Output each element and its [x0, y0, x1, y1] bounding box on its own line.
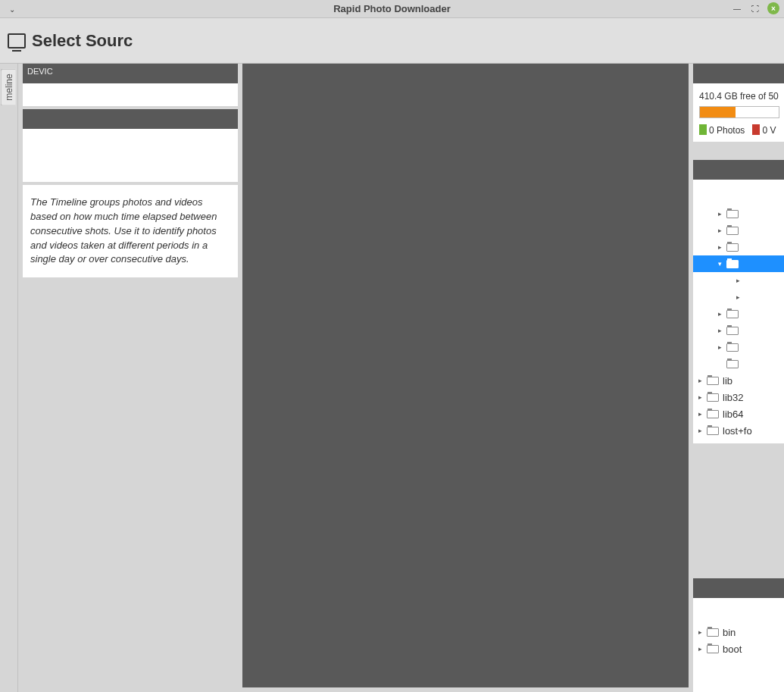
- chevron-right-icon[interactable]: ▸: [696, 410, 704, 418]
- devices-label: DEVIC: [27, 67, 53, 76]
- tree-row[interactable]: ▸: [693, 305, 784, 322]
- close-button[interactable]: ×: [767, 2, 779, 14]
- folder-icon: [707, 377, 719, 385]
- chevron-right-icon[interactable]: ▸: [716, 310, 723, 318]
- tree-label: lib: [723, 375, 732, 387]
- timeline-tab-label: meline: [1, 68, 16, 105]
- right-panel: 410.4 GB free of 50 0 Photos 0 V ▸▸▸▾▸▸▸…: [693, 64, 784, 692]
- folder-icon: [726, 243, 739, 252]
- storage-bar-fill: [700, 107, 736, 117]
- tree-label: lib32: [723, 392, 743, 403]
- tree-row[interactable]: ▸: [693, 289, 784, 305]
- storage-bar: [699, 106, 779, 118]
- chevron-right-icon[interactable]: ▸: [716, 327, 723, 334]
- folder-icon: [707, 427, 719, 435]
- chevron-right-icon[interactable]: ▸: [696, 377, 704, 384]
- window-title: Rapid Photo Downloader: [0, 3, 784, 14]
- folder-icon: [726, 210, 739, 218]
- video-dest-header: [693, 578, 784, 598]
- chevron-right-icon[interactable]: ▸: [734, 277, 742, 284]
- folder-icon: [707, 393, 719, 402]
- storage-legend: 0 Photos 0 V: [699, 124, 779, 136]
- devices-blank: [23, 83, 238, 106]
- timeline-help-text: The Timeline groups photos and videos ba…: [23, 185, 238, 277]
- photos-count: 0 Photos: [709, 125, 745, 136]
- videos-swatch-icon: [752, 124, 760, 135]
- select-source-label[interactable]: Select Sourc: [32, 31, 133, 51]
- tree-row[interactable]: ▸boot: [693, 640, 784, 657]
- timeline-header-bar: [23, 109, 238, 129]
- chevron-right-icon[interactable]: ▸: [716, 227, 723, 234]
- tree-row[interactable]: ▸: [693, 339, 784, 355]
- storage-panel: 410.4 GB free of 50 0 Photos 0 V: [693, 83, 784, 142]
- tree-row[interactable]: ▾: [693, 255, 784, 272]
- video-dest-blank: [693, 598, 784, 621]
- video-destination-tree[interactable]: ▸bin▸boot: [693, 621, 784, 662]
- tree-row[interactable]: ▸: [693, 239, 784, 255]
- timeline-tab[interactable]: meline: [0, 64, 18, 692]
- chevron-right-icon[interactable]: ▸: [696, 427, 704, 434]
- tree-row[interactable]: ▸: [693, 205, 784, 222]
- chevron-right-icon[interactable]: ▸: [716, 243, 723, 251]
- chevron-right-icon[interactable]: ▸: [716, 210, 723, 218]
- tree-label: lost+fo: [723, 425, 752, 437]
- maximize-button[interactable]: ⛶: [749, 2, 761, 14]
- tree-label: lib64: [723, 409, 743, 420]
- tree-row[interactable]: ▸lib64: [693, 405, 784, 422]
- chevron-right-icon[interactable]: ▸: [696, 645, 704, 653]
- titlebar: ⌄ Rapid Photo Downloader — ⛶ ×: [0, 0, 784, 18]
- folder-icon: [726, 310, 739, 318]
- folder-icon: [726, 343, 739, 352]
- chevron-right-icon[interactable]: ▸: [734, 293, 742, 301]
- tree-row[interactable]: ▸lost+fo: [693, 422, 784, 439]
- minimize-button[interactable]: —: [731, 2, 743, 14]
- storage-free-text: 410.4 GB free of 50: [699, 91, 779, 102]
- tree-row[interactable]: ▸bin: [693, 624, 784, 640]
- tree-label: bin: [723, 627, 736, 638]
- folder-icon: [707, 628, 719, 637]
- tree-row[interactable]: [693, 355, 784, 372]
- chevron-right-icon[interactable]: ▸: [696, 393, 704, 401]
- photo-dest-blank: [693, 180, 784, 202]
- folder-icon: [707, 645, 719, 653]
- thumbnail-area: [242, 64, 689, 687]
- timeline-blank: [23, 129, 238, 182]
- photos-swatch-icon: [699, 124, 707, 135]
- chevron-down-icon[interactable]: ▾: [716, 260, 723, 268]
- photo-destination-tree[interactable]: ▸▸▸▾▸▸▸▸▸▸lib▸lib32▸lib64▸lost+fo: [693, 202, 784, 443]
- video-dest-tail: [693, 662, 784, 692]
- tree-row[interactable]: ▸: [693, 222, 784, 239]
- photo-dest-header: [693, 160, 784, 180]
- tree-row[interactable]: ▸lib32: [693, 389, 784, 405]
- chevron-right-icon[interactable]: ▸: [696, 628, 704, 636]
- folder-icon: [726, 327, 739, 335]
- videos-count: 0 V: [762, 125, 776, 136]
- chevron-right-icon[interactable]: ▸: [716, 343, 723, 351]
- folder-icon: [707, 410, 719, 418]
- tree-row[interactable]: ▸: [693, 272, 784, 289]
- computer-icon: [8, 33, 26, 49]
- storage-header: [693, 64, 784, 83]
- app-menu-button[interactable]: ⌄: [6, 3, 18, 15]
- tree-row[interactable]: ▸lib: [693, 372, 784, 389]
- left-panel: DEVIC The Timeline groups photos and vid…: [18, 64, 238, 692]
- tree-label: boot: [723, 643, 742, 655]
- folder-icon: [726, 227, 739, 235]
- source-header: Select Sourc: [0, 18, 784, 64]
- main-area: meline DEVIC The Timeline groups photos …: [0, 64, 784, 692]
- tree-row[interactable]: ▸: [693, 322, 784, 339]
- devices-header: DEVIC: [23, 64, 238, 83]
- folder-icon: [726, 360, 739, 368]
- folder-icon: [726, 260, 739, 268]
